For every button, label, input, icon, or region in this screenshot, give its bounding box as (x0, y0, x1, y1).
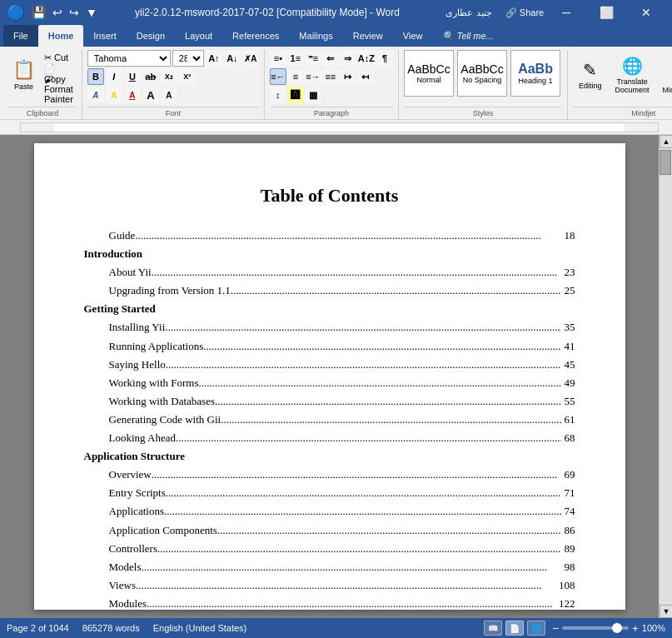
toc-entry: Overview................................… (84, 466, 575, 484)
increase-indent-button[interactable]: ⇒ (340, 50, 356, 67)
format-painter-button[interactable]: 🖌 Format Painter (41, 82, 77, 97)
tab-file[interactable]: File (3, 25, 38, 47)
toc-entry-dots: ........................................… (164, 502, 561, 521)
tab-mailings[interactable]: Mailings (289, 25, 342, 47)
paragraph-group: ≡• 1≡ ⁼≡ ⇐ ⇒ A↕Z ¶ ≡← ≡ ≡→ ≡≡ ↦ ↤ ↕ 🅰 ▦ (265, 50, 399, 119)
italic-button[interactable]: I (106, 68, 122, 85)
ruler-bar (20, 122, 659, 132)
font-name-select[interactable]: Tahoma (87, 50, 171, 67)
style-normal[interactable]: AaBbCc Normal (404, 50, 454, 97)
save-qat-button[interactable]: 💾 (30, 4, 47, 21)
close-button[interactable]: ✕ (627, 0, 665, 25)
numbering-button[interactable]: 1≡ (287, 50, 304, 67)
scroll-thumb[interactable] (660, 150, 671, 175)
paste-button[interactable]: 📋 Paste (8, 50, 39, 100)
read-mode-button[interactable]: 📖 (484, 621, 502, 636)
shading-button[interactable]: 🅰 (287, 87, 304, 103)
translate-button[interactable]: 🌐 TranslateDocument (610, 50, 655, 100)
tab-layout[interactable]: Layout (175, 25, 222, 47)
decrease-indent-button[interactable]: ⇐ (322, 50, 339, 67)
style-heading1[interactable]: AaBb Heading 1 (510, 50, 560, 97)
clear-formatting-button[interactable]: ✗A (242, 50, 259, 67)
toc-entry-dots: ........................................… (152, 263, 561, 282)
show-formatting-button[interactable]: ¶ (376, 50, 393, 67)
zoom-slider[interactable] (562, 626, 629, 630)
font-size-increase-button[interactable]: A↑ (206, 50, 222, 67)
bold-button[interactable]: B (87, 68, 104, 85)
toc-title: Table of Contents (84, 185, 575, 207)
tab-references[interactable]: References (222, 25, 289, 47)
toc-entry: Modules.................................… (84, 595, 575, 613)
toc-entry-text: Introduction (84, 245, 143, 263)
quick-access-toolbar: 💾 ↩ ↪ ▼ (30, 4, 99, 21)
align-center-button[interactable]: ≡ (287, 68, 304, 85)
mindmanager-button[interactable]: 🧠 Send toMindManager (657, 50, 672, 100)
toc-entry-text: Controllers (109, 540, 158, 558)
toc-entry-text: Views (109, 576, 136, 595)
toc-entry-text: Installing Yii (109, 318, 166, 336)
bullets-button[interactable]: ≡• (270, 50, 286, 67)
scroll-track[interactable] (660, 148, 672, 605)
tab-review[interactable]: Review (343, 25, 393, 47)
translate-icon: 🌐 (622, 56, 643, 76)
para-row2: ≡← ≡ ≡→ ≡≡ ↦ ↤ (270, 68, 374, 85)
font-color-button[interactable]: A (124, 87, 141, 103)
tab-view[interactable]: View (393, 25, 433, 47)
strikethrough-button[interactable]: ab (142, 68, 159, 85)
scroll-up-button[interactable]: ▲ (660, 135, 672, 148)
toc-entry-dots: ........................................… (135, 227, 560, 245)
superscript-button[interactable]: X² (179, 68, 196, 85)
toc-entry-text: About Yii (109, 263, 152, 282)
font-size-a-big[interactable]: A (142, 87, 159, 103)
toc-entry-text: Overview (109, 466, 152, 484)
underline-button[interactable]: U (124, 68, 141, 85)
font-size-a-small[interactable]: A (161, 87, 177, 103)
tab-insert[interactable]: Insert (83, 25, 127, 47)
scroll-down-button[interactable]: ▼ (660, 605, 672, 618)
subscript-button[interactable]: X₂ (161, 68, 177, 85)
justify-button[interactable]: ≡≡ (322, 68, 339, 85)
tab-home[interactable]: Home (38, 25, 84, 47)
minimize-button[interactable]: ─ (547, 0, 585, 25)
translate-label: TranslateDocument (615, 77, 650, 94)
font-row1: Tahoma 28 A↑ A↓ ✗A (87, 50, 259, 67)
web-layout-button[interactable]: 🌐 (527, 621, 545, 636)
page-info: Page 2 of 1044 (7, 623, 69, 633)
editing-content: ✎ Editing 🌐 TranslateDocument 🧠 Send toM… (573, 50, 672, 105)
align-left-button[interactable]: ≡← (270, 68, 286, 85)
customize-qat-button[interactable]: ▼ (84, 4, 99, 21)
ltr-button[interactable]: ↦ (340, 68, 356, 85)
para-row1: ≡• 1≡ ⁼≡ ⇐ ⇒ A↕Z ¶ (270, 50, 393, 67)
sort-button[interactable]: A↕Z (357, 50, 376, 67)
ruler (0, 120, 672, 135)
toc-entry-page: 98 (565, 558, 575, 576)
tab-tell-me[interactable]: 🔍 Tell me... (432, 25, 503, 47)
undo-qat-button[interactable]: ↩ (51, 4, 64, 21)
print-layout-button[interactable]: 📄 (505, 621, 524, 636)
paste-label: Paste (14, 82, 33, 91)
zoom-in-button[interactable]: + (632, 622, 639, 635)
rtl-button[interactable]: ↤ (357, 68, 374, 85)
toc-entry-text: Models (109, 558, 142, 576)
editing-button[interactable]: ✎ Editing (573, 50, 608, 100)
align-right-button[interactable]: ≡→ (305, 68, 321, 85)
user-info[interactable]: جنيد عطاری (436, 0, 502, 25)
redo-qat-button[interactable]: ↪ (67, 4, 81, 21)
highlight-button[interactable]: A (106, 87, 122, 103)
borders-button[interactable]: ▦ (305, 87, 321, 103)
tab-design[interactable]: Design (127, 25, 175, 47)
text-effects-button[interactable]: A (87, 87, 104, 103)
style-no-spacing[interactable]: AaBbCc No Spacing (457, 50, 507, 97)
share-button[interactable]: 🔗 Share (504, 0, 545, 25)
toc-entry: Introduction (84, 245, 575, 263)
font-size-decrease-button[interactable]: A↓ (224, 50, 241, 67)
line-spacing-button[interactable]: ↕ (270, 87, 286, 103)
toc-entry-text: Applications (109, 502, 164, 521)
toc-entry: Views...................................… (84, 576, 575, 595)
toc-entry-text: Looking Ahead (109, 429, 177, 447)
font-size-select[interactable]: 28 (172, 50, 204, 67)
restore-button[interactable]: ⬜ (587, 0, 625, 25)
window-title: yii2-2.0.12-msword-2017-07-02 [Compatibi… (99, 7, 436, 18)
zoom-out-button[interactable]: − (552, 622, 559, 635)
multilevel-list-button[interactable]: ⁼≡ (305, 50, 321, 67)
